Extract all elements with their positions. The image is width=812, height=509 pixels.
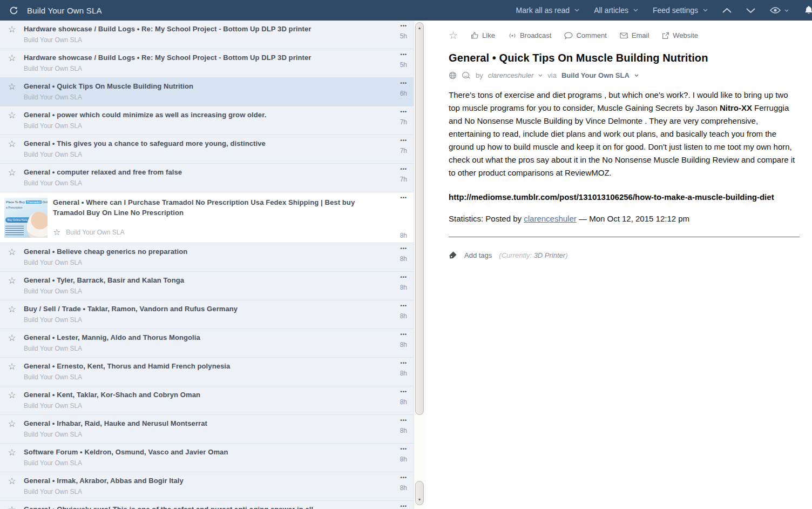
chevron-down-icon[interactable] [538, 74, 543, 77]
add-tags-button[interactable]: Add tags [464, 251, 492, 259]
more-menu-icon[interactable]: ••• [401, 332, 407, 337]
list-item[interactable]: ☆ General • Ernesto, Kent, Thorus and Ha… [0, 358, 414, 386]
list-item[interactable]: ☆ Buy / Sell / Trade • Taklar, Ramon, Va… [0, 300, 414, 329]
list-item[interactable]: ☆ General • This gives you a chance to s… [0, 135, 414, 164]
star-icon[interactable]: ☆ [0, 472, 24, 500]
scroll-down-arrow-icon[interactable]: ▼ [416, 498, 423, 501]
scrollbar-bottom-button[interactable]: ▼ [415, 481, 424, 505]
list-item[interactable]: ☆ Hardware showcase / Build Logs • Re: M… [0, 49, 414, 78]
more-menu-icon[interactable]: ••• [401, 475, 407, 480]
list-item-title[interactable]: General • Where can I Purchase Tramadol … [53, 197, 382, 218]
article-thumbnail[interactable]: Place To Buy Tramadol Onli a Prescriptio… [4, 198, 48, 238]
list-item[interactable]: ☆ General • Lester, Mannig, Aldo and Tho… [0, 329, 414, 358]
more-menu-icon[interactable]: ••• [401, 109, 407, 115]
list-item[interactable]: ☆ General • Kent, Taklar, Kor-Shach and … [0, 386, 414, 415]
stats-author-link[interactable]: clarenceshuler [524, 214, 577, 223]
list-item[interactable]: ☆ General • power which could minimize a… [0, 106, 414, 135]
star-icon[interactable]: ☆ [0, 164, 24, 192]
list-item[interactable]: ☆ General • Quick Tips On Muscle Buildin… [0, 78, 414, 106]
list-item-title[interactable]: General • Irmak, Akrabor, Abbas and Bogi… [24, 477, 382, 485]
more-menu-icon[interactable]: ••• [401, 274, 407, 280]
more-menu-icon[interactable]: ••• [401, 418, 407, 423]
star-icon[interactable]: ☆ [0, 358, 24, 386]
article-source-url[interactable]: http://mediomse.tumblr.com/post/13101310… [449, 192, 812, 202]
refresh-icon[interactable] [8, 5, 19, 16]
more-menu-icon[interactable]: ••• [401, 23, 407, 29]
list-item-title[interactable]: General • power which could minimize as … [24, 111, 382, 119]
list-item-title[interactable]: General • Irhabar, Raid, Hauke and Nerus… [24, 419, 382, 427]
list-item-title[interactable]: Software Forum • Keldron, Osmund, Vasco … [24, 448, 382, 456]
star-icon[interactable]: ☆ [0, 243, 24, 271]
more-menu-icon[interactable]: ••• [401, 195, 407, 200]
star-icon[interactable]: ☆ [0, 21, 24, 49]
more-menu-icon[interactable]: ••• [401, 138, 407, 143]
star-icon[interactable]: ☆ [0, 106, 24, 135]
list-item-title[interactable]: Hardware showcase / Build Logs • Re: My … [24, 53, 382, 62]
more-menu-icon[interactable]: ••• [401, 360, 407, 366]
next-article-icon[interactable] [746, 8, 755, 13]
star-icon[interactable]: ☆ [0, 78, 24, 106]
list-item[interactable]: ☆ Hardware showcase / Build Logs • Re: M… [0, 21, 414, 49]
star-icon[interactable]: ☆ [0, 329, 24, 357]
more-menu-icon[interactable]: ••• [401, 166, 407, 172]
star-icon[interactable]: ☆ [0, 501, 24, 509]
list-item-feed-name: Build Your Own SLA [24, 36, 382, 44]
more-menu-icon[interactable]: ••• [401, 81, 407, 86]
list-item-meta: ••• 8h [382, 501, 414, 509]
list-item[interactable]: ☆ General • Irhabar, Raid, Hauke and Ner… [0, 415, 414, 444]
more-menu-icon[interactable]: ••• [401, 389, 407, 394]
comment-button[interactable]: Comment [564, 31, 606, 39]
star-icon[interactable]: ☆ [53, 227, 60, 237]
star-icon[interactable]: ☆ [0, 49, 24, 77]
feed-settings-menu[interactable]: Feed settings [653, 6, 708, 15]
chevron-down-icon[interactable] [634, 74, 639, 77]
list-item-title[interactable]: General • Kent, Taklar, Kor-Shach and Co… [24, 391, 382, 399]
author-menu[interactable]: clarenceshuler [488, 71, 534, 79]
list-item-title[interactable]: General • computer relaxed and free from… [24, 168, 382, 176]
list-item[interactable]: Place To Buy Tramadol Onli a Prescriptio… [0, 192, 414, 243]
more-menu-icon[interactable]: ••• [401, 504, 407, 509]
star-icon[interactable]: ☆ [0, 415, 24, 443]
list-item[interactable]: ☆ General • Irmak, Akrabor, Abbas and Bo… [0, 472, 414, 501]
mark-all-as-read-menu[interactable]: Mark all as read [516, 6, 580, 15]
star-icon[interactable]: ☆ [0, 386, 24, 414]
star-icon[interactable]: ☆ [0, 272, 24, 300]
list-item-title[interactable]: Buy / Sell / Trade • Taklar, Ramon, Vand… [24, 305, 382, 313]
star-article-icon[interactable]: ☆ [449, 30, 458, 41]
email-label: Email [632, 31, 649, 39]
list-item-title[interactable]: General • Obviously sure! This is one of… [24, 505, 382, 509]
list-item-title[interactable]: General • Quick Tips On Muscle Building … [24, 82, 382, 90]
more-menu-icon[interactable]: ••• [401, 246, 407, 251]
list-scrollbar[interactable]: ▲ ▼ [414, 21, 426, 509]
list-item-title[interactable]: General • Ernesto, Kent, Thorus and Hami… [24, 362, 382, 370]
comment-bubble-icon [564, 32, 573, 39]
more-menu-icon[interactable]: ••• [401, 303, 407, 309]
read-visibility-menu[interactable] [770, 7, 789, 14]
scroll-up-arrow-icon[interactable]: ▲ [416, 26, 423, 30]
list-item-title[interactable]: General • Tyler, Barrack, Basir and Kala… [24, 276, 382, 284]
email-button[interactable]: Email [620, 31, 649, 39]
list-item[interactable]: ☆ Software Forum • Keldron, Osmund, Vasc… [0, 444, 414, 472]
more-menu-icon[interactable]: ••• [401, 446, 407, 452]
list-item-main: General • Tyler, Barrack, Basir and Kala… [24, 272, 382, 300]
previous-article-icon[interactable] [722, 8, 732, 13]
like-button[interactable]: Like [471, 31, 495, 39]
more-menu-icon[interactable]: ••• [401, 52, 407, 57]
bell-icon[interactable] [803, 5, 812, 16]
via-feed-menu[interactable]: Build Your Own SLA [561, 71, 630, 79]
list-item[interactable]: ☆ General • Obviously sure! This is one … [0, 501, 414, 509]
list-item-title[interactable]: Hardware showcase / Build Logs • Re: My … [24, 25, 382, 33]
list-item-title[interactable]: General • Lester, Mannig, Aldo and Thoru… [24, 333, 382, 341]
all-articles-menu[interactable]: All articles [594, 6, 638, 15]
list-item-title[interactable]: General • This gives you a chance to saf… [24, 139, 382, 148]
list-item[interactable]: ☆ General • computer relaxed and free fr… [0, 164, 414, 192]
broadcast-button[interactable]: Broadcast [508, 31, 552, 39]
star-icon[interactable]: ☆ [0, 135, 24, 163]
star-icon[interactable]: ☆ [0, 300, 24, 329]
list-item-title[interactable]: General • Believe cheap generics no prep… [24, 247, 382, 256]
star-icon[interactable]: ☆ [0, 444, 24, 472]
website-button[interactable]: Website [662, 31, 698, 39]
list-item[interactable]: ☆ General • Believe cheap generics no pr… [0, 243, 414, 272]
scrollbar-thumb[interactable]: ▲ [415, 22, 424, 415]
list-item[interactable]: ☆ General • Tyler, Barrack, Basir and Ka… [0, 272, 414, 300]
